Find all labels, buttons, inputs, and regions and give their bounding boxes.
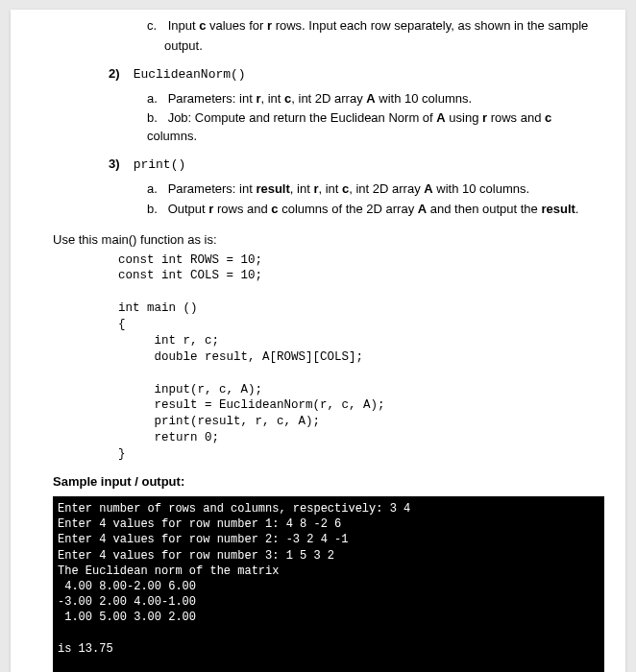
t: Input (168, 18, 200, 33)
use-main-heading: Use this main() function as is: (53, 232, 604, 247)
fname-euclidean: EuclideanNorm() (134, 67, 246, 82)
t: Output (168, 202, 209, 216)
bold-result: result (541, 202, 575, 216)
term-line: Enter 4 values for row number 3: 1 5 3 2 (58, 549, 334, 563)
bold-A: A (424, 181, 432, 196)
bullet-a: a. (147, 180, 164, 199)
text-2a: Parameters: int r, int c, int 2D array A… (168, 91, 473, 106)
t: rows and (487, 110, 545, 125)
t: Parameters: int (168, 91, 257, 106)
item-3b: b. Output r rows and c columns of the 2D… (147, 201, 604, 219)
bold-c: c (545, 110, 551, 125)
bold-result: result (256, 181, 289, 196)
bold-A: A (418, 202, 427, 216)
term-line: Enter 4 values for row number 2: -3 2 4 … (58, 533, 348, 546)
term-line: Enter number of rows and columns, respec… (58, 502, 410, 516)
text-3b: Output r rows and c columns of the 2D ar… (168, 202, 579, 216)
item-3a: a. Parameters: int result, int r, int c,… (147, 180, 604, 199)
term-line: is 13.75 (58, 642, 113, 656)
t: , int (290, 181, 314, 196)
bullet-b: b. (147, 201, 164, 219)
t: using (446, 110, 482, 125)
text-1c-line1: Input c values for r rows. Input each ro… (168, 18, 589, 33)
text-2b: Job: Compute and return the Euclidean No… (147, 110, 551, 143)
t: , int 2D array (291, 91, 366, 106)
term-line: 4.00 8.00-2.00 6.00 (58, 580, 196, 593)
t: Parameters: int (168, 181, 257, 196)
term-line: Enter 4 values for row number 1: 4 8 -2 … (58, 517, 341, 531)
t: . (575, 202, 579, 216)
fname-print: print() (134, 157, 186, 172)
item-2a: a. Parameters: int r, int c, int 2D arra… (147, 90, 604, 108)
t: rows. Input each row separately, as show… (272, 18, 588, 33)
t: rows and (213, 202, 271, 216)
t: columns of the 2D array (279, 202, 418, 216)
term-line: -3.00 2.00 4.00-1.00 (58, 595, 196, 609)
bullet-c: c. (147, 17, 164, 36)
num-2: 2) (109, 65, 130, 84)
t: , int 2D array (349, 181, 424, 196)
t: with 10 columns. (376, 91, 472, 106)
t: and then output the (427, 202, 541, 216)
item-1c-cont: output. (164, 37, 604, 56)
item-3: 3) print() (109, 156, 604, 175)
terminal-output: Enter number of rows and columns, respec… (53, 496, 604, 672)
t: Job: Compute and return the Euclidean No… (168, 110, 437, 125)
t: with 10 columns. (433, 181, 529, 196)
bold-A: A (436, 110, 445, 125)
document-page: c. Input c values for r rows. Input each… (11, 10, 625, 672)
bullet-a: a. (147, 90, 164, 108)
t: output. (164, 38, 203, 53)
text-3a: Parameters: int result, int r, int c, in… (168, 181, 529, 196)
item-1c: c. Input c values for r rows. Input each… (147, 17, 604, 36)
term-line: The Euclidean norm of the matrix (58, 564, 279, 578)
num-3: 3) (109, 156, 130, 174)
sample-io-title: Sample input / output: (53, 474, 604, 489)
bold-c: c (271, 202, 278, 216)
t: columns. (147, 129, 197, 143)
item-2: 2) EuclideanNorm() (109, 65, 604, 84)
t: , int (318, 181, 342, 196)
item-2b: b. Job: Compute and return the Euclidean… (147, 109, 604, 146)
t: , int (260, 91, 284, 106)
t: values for (206, 18, 267, 33)
term-line: 1.00 5.00 3.00 2.00 (58, 611, 196, 624)
bullet-b: b. (147, 109, 164, 128)
main-code-block: const int ROWS = 10; const int COLS = 10… (118, 252, 604, 463)
bold-A: A (366, 91, 375, 106)
